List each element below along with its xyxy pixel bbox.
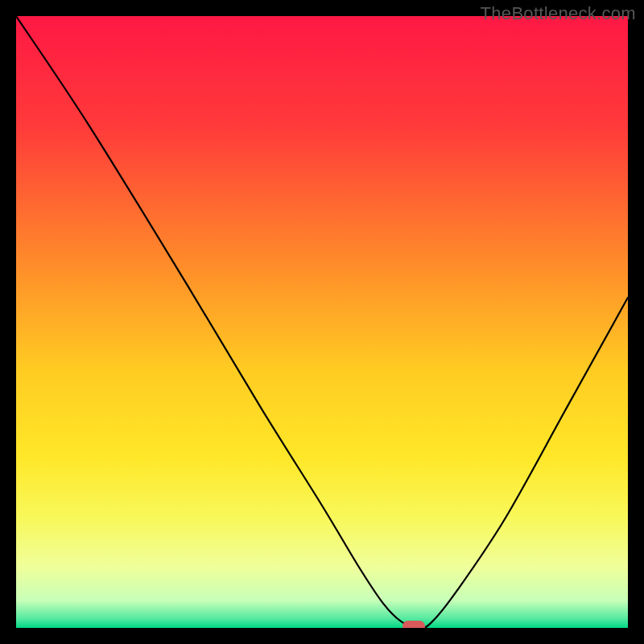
watermark-text: TheBottleneck.com xyxy=(481,3,636,24)
bottleneck-chart xyxy=(16,16,628,628)
plot-area xyxy=(16,16,628,628)
chart-frame: TheBottleneck.com xyxy=(0,0,644,644)
optimal-marker xyxy=(402,621,425,628)
gradient-background xyxy=(16,16,628,628)
